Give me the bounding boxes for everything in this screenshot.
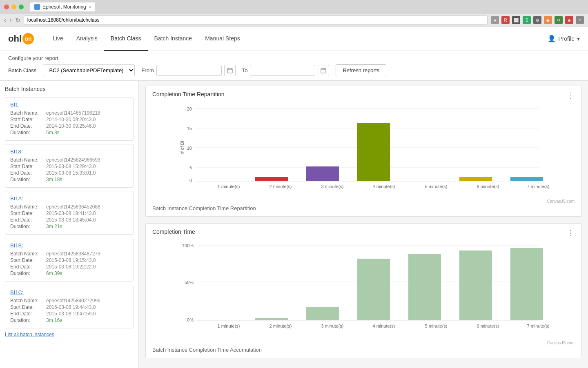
- ext-icon-7[interactable]: ■: [565, 16, 573, 24]
- bar2-6min: [459, 251, 492, 320]
- bi1a-start-date-val: 2015-03-08 18:41:43.0: [46, 211, 96, 216]
- to-calendar-button[interactable]: [318, 65, 329, 76]
- batch-item-bi1a-link[interactable]: BI1A:: [10, 195, 128, 202]
- nav-manual-steps[interactable]: Manual Steps: [198, 27, 247, 51]
- chart1-more-button[interactable]: ⋮: [567, 91, 575, 100]
- x2-label-7min: 7 minute(s): [527, 324, 549, 328]
- ext-icon-4[interactable]: ⚙: [533, 16, 541, 24]
- bi18-batch-name-val: ephesoft1425824966593: [46, 157, 100, 163]
- batch-item-bi1: BI1: Batch Name:ephesoft1414657196218 St…: [5, 97, 134, 141]
- x-label-4min: 4 minute(s): [372, 184, 395, 189]
- to-date-group: To: [242, 65, 330, 76]
- bi1-duration-label: Duration:: [10, 130, 43, 135]
- batch-item-bi18-link[interactable]: BI18:: [10, 149, 128, 155]
- from-calendar-button[interactable]: [224, 65, 236, 76]
- bar2-2min: [255, 318, 288, 320]
- chart2-more-button[interactable]: ⋮: [567, 228, 575, 237]
- bi1b-batch-name-label: Batch Name:: [10, 251, 43, 257]
- y-label-0: 0: [189, 178, 192, 183]
- batch-class-label: Batch Class: [8, 67, 36, 73]
- bar-4min: [357, 123, 390, 181]
- forward-button[interactable]: ›: [9, 16, 11, 24]
- x2-label-1min: 1 minute(s): [217, 324, 240, 328]
- bi18-start-date-label: Start Date:: [10, 164, 43, 169]
- batch-item-bi1a: BI1A: Batch Name:ephesoft1425836452088 S…: [5, 191, 134, 235]
- app-header: ohl on Live Analysis Batch Class Batch I…: [0, 27, 588, 51]
- bi1c-start-date-val: 2015-03-08 19:44:43.0: [46, 304, 96, 310]
- batch-item-bi18: BI18: Batch Name:ephesoft1425824966593 S…: [5, 144, 134, 188]
- x2-label-6min: 6 minute(s): [477, 324, 499, 328]
- logo-on-badge: on: [22, 33, 34, 44]
- refresh-reports-button[interactable]: Refresh reports: [336, 64, 386, 76]
- from-date-input[interactable]: [156, 65, 222, 76]
- from-label: From: [141, 67, 154, 73]
- y-label-10: 10: [187, 146, 192, 151]
- bi18-batch-name-label: Batch Name:: [10, 157, 43, 163]
- nav-live[interactable]: Live: [46, 27, 70, 51]
- bookmark-icon[interactable]: ★: [491, 16, 499, 24]
- app-logo: ohl on: [8, 33, 34, 44]
- bar2-3min: [306, 307, 339, 320]
- x2-label-5min: 5 minute(s): [425, 324, 447, 328]
- x-label-3min: 3 minute(s): [321, 184, 343, 189]
- browser-toolbar-icons: ★ R ⬜ S ⚙ ◆ ↺ ■ ≡: [491, 16, 584, 24]
- browser-tab[interactable]: Ephesoft Monitoring ×: [30, 2, 95, 11]
- ext-icon-1[interactable]: R: [501, 16, 510, 24]
- close-dot[interactable]: [4, 4, 9, 9]
- address-bar: ‹ › ↻ ★ R ⬜ S ⚙ ◆ ↺ ■ ≡: [0, 14, 588, 26]
- calendar-icon: [227, 68, 233, 73]
- list-all-link[interactable]: List all batch instances: [5, 332, 134, 337]
- address-input[interactable]: [24, 16, 488, 24]
- bi1-batch-name-label: Batch Name:: [10, 110, 43, 116]
- to-date-input[interactable]: [250, 65, 315, 76]
- x2-label-3min: 3 minute(s): [321, 324, 343, 328]
- tab-close-button[interactable]: ×: [89, 4, 91, 9]
- back-button[interactable]: ‹: [4, 16, 6, 24]
- batch-class-select[interactable]: BC2 (SearchablePDFTemplate): [43, 64, 135, 76]
- batch-item-bi1b-link[interactable]: BI1B:: [10, 242, 128, 248]
- profile-chevron-icon: ▾: [577, 35, 580, 42]
- bi1a-batch-name-val: ephesoft1425836452088: [46, 204, 100, 210]
- bi18-duration-label: Duration:: [10, 177, 43, 182]
- bi1a-end-date-val: 2015-03-08 18:45:04.0: [46, 217, 96, 223]
- bi1b-duration-val: 6m 39s: [46, 270, 62, 276]
- ext-icon-6[interactable]: ↺: [555, 16, 563, 24]
- nav-batch-class[interactable]: Batch Class: [104, 27, 148, 51]
- chart1-subtitle: Batch Instance Completion Time Repartiti…: [152, 205, 575, 211]
- to-label: To: [242, 67, 248, 73]
- y-label-15: 15: [187, 126, 192, 131]
- bar2-7min: [510, 248, 543, 320]
- bi18-end-date-val: 2015-03-08 15:33:01.0: [46, 170, 96, 176]
- bar-2min: [255, 177, 288, 181]
- batch-item-bi1c-link[interactable]: BI1C:: [10, 289, 128, 295]
- profile-button[interactable]: 👤 Profile ▾: [548, 35, 580, 42]
- x2-label-4min: 4 minute(s): [372, 324, 395, 328]
- ext-icon-5[interactable]: ◆: [544, 16, 552, 24]
- chart1-credit: CanvasJS.com: [152, 199, 575, 204]
- bi1c-start-date-label: Start Date:: [10, 304, 43, 310]
- nav-batch-instance[interactable]: Batch Instance: [148, 27, 199, 51]
- chart1-section: Completion Time Repartition ⋮ 20 15 10 5…: [145, 86, 581, 217]
- chart2-section: Completion Time ⋮ 100% 50% 0%: [145, 223, 581, 358]
- browser-chrome: Ephesoft Monitoring × ‹ › ↻ ★ R ⬜ S ⚙ ◆ …: [0, 0, 588, 27]
- bar2-4min: [357, 259, 390, 320]
- x2-label-2min: 2 minute(s): [269, 324, 292, 328]
- bi1a-duration-label: Duration:: [10, 224, 43, 229]
- maximize-dot[interactable]: [19, 4, 24, 9]
- tab-favicon: [34, 4, 40, 10]
- batch-item-bi1-link[interactable]: BI1:: [10, 102, 128, 108]
- x-label-7min: 7 minute(s): [527, 184, 549, 189]
- bi1c-duration-val: 3m 16s: [46, 317, 62, 323]
- nav-analysis[interactable]: Analysis: [70, 27, 104, 51]
- y-label-5: 5: [189, 165, 192, 170]
- menu-icon[interactable]: ≡: [576, 16, 584, 24]
- ext-icon-3[interactable]: S: [523, 16, 531, 24]
- svg-rect-4: [321, 69, 326, 73]
- bi18-end-date-label: End Date:: [10, 170, 43, 176]
- ext-icon-2[interactable]: ⬜: [512, 16, 520, 24]
- reload-button[interactable]: ↻: [15, 16, 20, 24]
- x-label-5min: 5 minute(s): [425, 184, 447, 189]
- minimize-dot[interactable]: [11, 4, 16, 9]
- bi1b-batch-name-val: ephesoft1425838487273: [46, 251, 100, 257]
- bi18-start-date-val: 2015-03-08 15:29:43.0: [46, 164, 96, 169]
